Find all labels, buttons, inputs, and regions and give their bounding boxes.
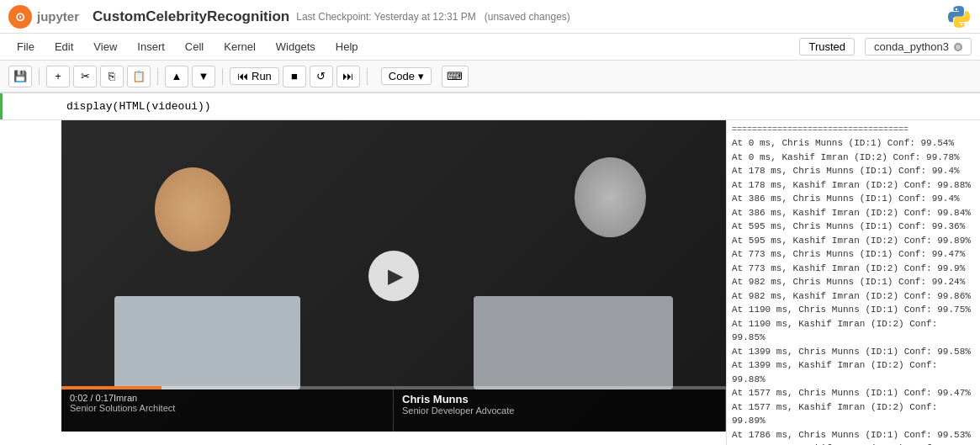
run-button[interactable]: ⏮ Run — [230, 67, 279, 85]
add-cell-button[interactable]: + — [46, 66, 70, 87]
menu-file[interactable]: File — [8, 37, 43, 56]
menu-kernel[interactable]: Kernel — [215, 37, 264, 56]
right-person-name: Chris Munns — [402, 393, 717, 405]
run-label: Run — [252, 70, 272, 82]
svg-point-0 — [956, 8, 957, 9]
left-person-face — [155, 167, 230, 252]
svg-point-1 — [961, 23, 962, 24]
checkpoint-info: Last Checkpoint: Yesterday at 12:31 PM (… — [296, 11, 570, 23]
output-line: At 982 ms, Chris Munns (ID:1) Conf: 99.2… — [732, 275, 975, 289]
toolbar-separator-1 — [39, 68, 40, 85]
output-content: 0:02 / 0:17Imran Senior Solutions Archit… — [61, 120, 980, 445]
output-line: At 386 ms, Chris Munns (ID:1) Conf: 99.4… — [732, 192, 975, 206]
kernel-status-icon — [954, 43, 962, 51]
output-line: At 0 ms, Kashif Imran (ID:2) Conf: 99.78… — [732, 151, 975, 165]
output-line: At 178 ms, Kashif Imran (ID:2) Conf: 99.… — [732, 178, 975, 193]
output-area: 0:02 / 0:17Imran Senior Solutions Archit… — [0, 119, 980, 445]
jupyter-wordmark: jupyter — [37, 9, 79, 24]
laptop-right — [474, 296, 673, 389]
jupyter-logo: ⊙ jupyter — [8, 5, 79, 29]
toolbar-separator-4 — [367, 68, 368, 85]
toolbar: 💾 + ✂ ⎘ 📋 ▲ ▼ ⏮ Run ■ ↺ ⏭ Code ▾ ⌨ — [0, 61, 980, 93]
copy-cell-button[interactable]: ⎘ — [100, 66, 124, 87]
cut-cell-button[interactable]: ✂ — [73, 66, 97, 87]
right-person-info: Chris Munns Senior Developer Advocate — [394, 389, 726, 432]
cell-code[interactable]: display(HTML(videoui)) — [61, 97, 980, 116]
cell-type-label: Code — [389, 70, 415, 82]
output-header: =================================== — [732, 124, 975, 136]
notebook-content: display(HTML(videoui)) — [0, 93, 980, 119]
restart-button[interactable]: ↺ — [310, 66, 333, 87]
left-person-info: 0:02 / 0:17Imran Senior Solutions Archit… — [61, 389, 394, 432]
play-button[interactable] — [368, 251, 419, 301]
video-info-bar: 0:02 / 0:17Imran Senior Solutions Archit… — [61, 389, 726, 432]
menu-edit[interactable]: Edit — [46, 37, 82, 56]
recognition-output[interactable]: ===================================At 0 … — [726, 120, 980, 445]
step-icon: ⏮ — [237, 70, 248, 82]
output-line: At 386 ms, Kashif Imran (ID:2) Conf: 99.… — [732, 206, 975, 220]
output-line: At 1786 ms, Kashif Imran (ID:2) Conf: 99… — [732, 442, 975, 445]
menu-insert[interactable]: Insert — [129, 37, 173, 56]
output-line: At 0 ms, Chris Munns (ID:1) Conf: 99.54% — [732, 136, 975, 151]
output-line: At 1190 ms, Chris Munns (ID:1) Conf: 99.… — [732, 303, 975, 317]
menu-help[interactable]: Help — [327, 37, 367, 56]
interrupt-button[interactable]: ■ — [283, 66, 306, 87]
left-timestamp: 0:02 / 0:17Imran — [70, 393, 384, 403]
output-prompt — [3, 120, 61, 445]
notebook-title: CustomCelebrityRecognition — [93, 8, 289, 25]
output-line: At 595 ms, Kashif Imran (ID:2) Conf: 99.… — [732, 234, 975, 248]
cell-prompt — [3, 97, 61, 116]
fast-forward-button[interactable]: ⏭ — [336, 66, 360, 87]
kernel-name: conda_python3 — [874, 40, 949, 53]
toolbar-separator-3 — [222, 68, 223, 85]
cell-type-arrow: ▾ — [418, 70, 424, 82]
output-line: At 1577 ms, Chris Munns (ID:1) Conf: 99.… — [732, 386, 975, 400]
code-cell: display(HTML(videoui)) — [0, 93, 980, 119]
output-line: At 1577 ms, Kashif Imran (ID:2) Conf: 99… — [732, 400, 975, 428]
trusted-button[interactable]: Trusted — [799, 38, 855, 56]
topbar: ⊙ jupyter CustomCelebrityRecognition Las… — [0, 0, 980, 34]
python-logo-icon — [946, 4, 972, 29]
left-person-title: Senior Solutions Architect — [70, 403, 384, 413]
output-line: At 1786 ms, Chris Munns (ID:1) Conf: 99.… — [732, 428, 975, 442]
menu-cell[interactable]: Cell — [177, 37, 212, 56]
menubar: File Edit View Insert Cell Kernel Widget… — [0, 34, 980, 61]
menu-view[interactable]: View — [85, 37, 125, 56]
output-line: At 178 ms, Chris Munns (ID:1) Conf: 99.4… — [732, 164, 975, 178]
output-line: At 773 ms, Kashif Imran (ID:2) Conf: 99.… — [732, 262, 975, 276]
kernel-info: conda_python3 — [865, 38, 972, 56]
laptop-left — [114, 296, 300, 389]
save-button[interactable]: 💾 — [8, 66, 32, 87]
right-person-face — [575, 157, 646, 237]
output-line: At 1399 ms, Chris Munns (ID:1) Conf: 99.… — [732, 345, 975, 359]
jupyter-icon: ⊙ — [8, 5, 32, 29]
video-player[interactable]: 0:02 / 0:17Imran Senior Solutions Archit… — [61, 120, 726, 432]
output-line: At 982 ms, Kashif Imran (ID:2) Conf: 99.… — [732, 289, 975, 304]
move-down-button[interactable]: ▼ — [192, 66, 215, 87]
output-line: At 1190 ms, Kashif Imran (ID:2) Conf: 99… — [732, 317, 975, 345]
toolbar-separator-2 — [157, 68, 158, 85]
move-up-button[interactable]: ▲ — [165, 66, 188, 87]
menu-widgets[interactable]: Widgets — [268, 37, 324, 56]
cell-type-selector[interactable]: Code ▾ — [381, 67, 432, 85]
right-person-title: Senior Developer Advocate — [402, 405, 717, 416]
paste-cell-button[interactable]: 📋 — [127, 66, 151, 87]
output-line: At 1399 ms, Kashif Imran (ID:2) Conf: 99… — [732, 358, 975, 386]
output-line: At 595 ms, Chris Munns (ID:1) Conf: 99.3… — [732, 220, 975, 234]
output-line: At 773 ms, Chris Munns (ID:1) Conf: 99.4… — [732, 247, 975, 262]
keyboard-shortcut-button[interactable]: ⌨ — [442, 66, 469, 87]
